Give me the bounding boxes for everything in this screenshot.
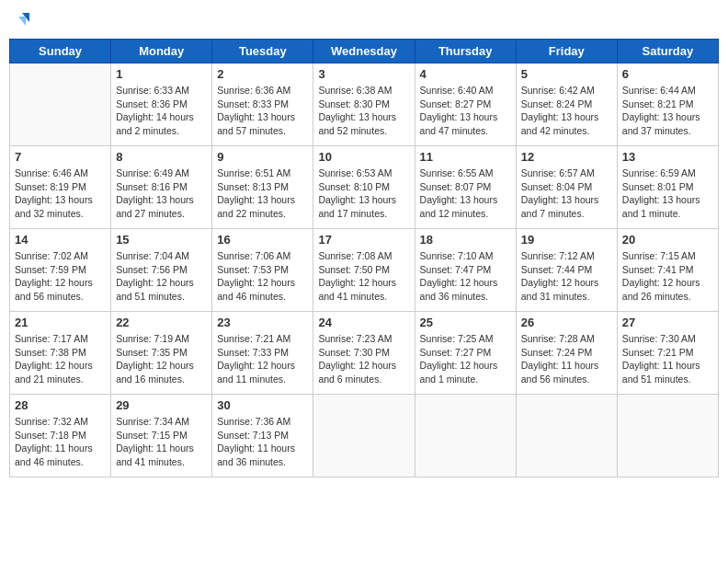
day-info: Sunrise: 7:34 AMSunset: 7:15 PMDaylight:… (116, 415, 207, 469)
day-number: 20 (622, 233, 713, 247)
day-cell: 13Sunrise: 6:59 AMSunset: 8:01 PMDayligh… (617, 146, 718, 229)
day-info: Sunrise: 6:38 AMSunset: 8:30 PMDaylight:… (318, 84, 409, 138)
day-cell: 21Sunrise: 7:17 AMSunset: 7:38 PMDayligh… (10, 312, 111, 395)
day-info: Sunrise: 7:19 AMSunset: 7:35 PMDaylight:… (116, 332, 207, 386)
day-cell: 7Sunrise: 6:46 AMSunset: 8:19 PMDaylight… (10, 146, 111, 229)
day-header-saturday: Saturday (617, 40, 718, 63)
day-cell: 2Sunrise: 6:36 AMSunset: 8:33 PMDaylight… (212, 63, 313, 146)
day-number: 24 (318, 316, 409, 329)
day-info: Sunrise: 7:32 AMSunset: 7:18 PMDaylight:… (15, 415, 106, 469)
day-cell (313, 395, 415, 477)
day-cell: 11Sunrise: 6:55 AMSunset: 8:07 PMDayligh… (415, 146, 516, 229)
day-cell: 30Sunrise: 7:36 AMSunset: 7:13 PMDayligh… (212, 395, 313, 477)
day-info: Sunrise: 6:46 AMSunset: 8:19 PMDaylight:… (15, 167, 106, 221)
day-info: Sunrise: 7:23 AMSunset: 7:30 PMDaylight:… (318, 332, 409, 386)
day-info: Sunrise: 6:55 AMSunset: 8:07 PMDaylight:… (420, 167, 511, 221)
day-cell: 6Sunrise: 6:44 AMSunset: 8:21 PMDaylight… (617, 63, 718, 146)
day-cell: 17Sunrise: 7:08 AMSunset: 7:50 PMDayligh… (313, 229, 415, 312)
day-info: Sunrise: 6:36 AMSunset: 8:33 PMDaylight:… (217, 84, 308, 138)
day-number: 28 (15, 398, 106, 412)
day-number: 18 (420, 233, 511, 247)
day-info: Sunrise: 7:12 AMSunset: 7:44 PMDaylight:… (521, 249, 612, 304)
day-cell: 15Sunrise: 7:04 AMSunset: 7:56 PMDayligh… (111, 229, 212, 312)
day-cell: 29Sunrise: 7:34 AMSunset: 7:15 PMDayligh… (111, 395, 212, 477)
day-cell: 27Sunrise: 7:30 AMSunset: 7:21 PMDayligh… (617, 312, 718, 395)
day-number: 14 (15, 233, 106, 247)
week-row-3: 14Sunrise: 7:02 AMSunset: 7:59 PMDayligh… (10, 229, 719, 312)
day-info: Sunrise: 6:49 AMSunset: 8:16 PMDaylight:… (116, 167, 207, 221)
day-number: 29 (116, 398, 207, 412)
day-number: 25 (420, 316, 511, 329)
day-info: Sunrise: 6:57 AMSunset: 8:04 PMDaylight:… (521, 167, 612, 221)
day-number: 23 (217, 316, 308, 329)
day-info: Sunrise: 6:44 AMSunset: 8:21 PMDaylight:… (622, 84, 713, 138)
day-cell: 20Sunrise: 7:15 AMSunset: 7:41 PMDayligh… (617, 229, 718, 312)
day-cell: 25Sunrise: 7:25 AMSunset: 7:27 PMDayligh… (415, 312, 516, 395)
day-header-wednesday: Wednesday (313, 40, 415, 63)
day-info: Sunrise: 7:06 AMSunset: 7:53 PMDaylight:… (217, 249, 308, 304)
day-info: Sunrise: 7:17 AMSunset: 7:38 PMDaylight:… (15, 332, 106, 386)
day-cell: 26Sunrise: 7:28 AMSunset: 7:24 PMDayligh… (516, 312, 617, 395)
day-number: 17 (318, 233, 409, 247)
day-number: 12 (521, 150, 612, 164)
day-cell: 19Sunrise: 7:12 AMSunset: 7:44 PMDayligh… (516, 229, 617, 312)
day-info: Sunrise: 7:08 AMSunset: 7:50 PMDaylight:… (318, 249, 409, 304)
day-info: Sunrise: 7:04 AMSunset: 7:56 PMDaylight:… (116, 249, 207, 304)
day-info: Sunrise: 7:21 AMSunset: 7:33 PMDaylight:… (217, 332, 308, 386)
day-number: 4 (420, 67, 511, 81)
day-cell (617, 395, 718, 477)
week-row-4: 21Sunrise: 7:17 AMSunset: 7:38 PMDayligh… (10, 312, 719, 395)
day-cell: 22Sunrise: 7:19 AMSunset: 7:35 PMDayligh… (111, 312, 212, 395)
day-info: Sunrise: 6:59 AMSunset: 8:01 PMDaylight:… (622, 167, 713, 221)
day-number: 1 (116, 67, 207, 81)
day-cell: 1Sunrise: 6:33 AMSunset: 8:36 PMDaylight… (111, 63, 212, 146)
day-number: 8 (116, 150, 207, 164)
day-info: Sunrise: 6:42 AMSunset: 8:24 PMDaylight:… (521, 84, 612, 138)
day-number: 15 (116, 233, 207, 247)
day-info: Sunrise: 6:33 AMSunset: 8:36 PMDaylight:… (116, 84, 207, 138)
day-number: 2 (217, 67, 308, 81)
week-row-2: 7Sunrise: 6:46 AMSunset: 8:19 PMDaylight… (10, 146, 719, 229)
day-info: Sunrise: 6:53 AMSunset: 8:10 PMDaylight:… (318, 167, 409, 221)
day-number: 10 (318, 150, 409, 164)
day-cell: 16Sunrise: 7:06 AMSunset: 7:53 PMDayligh… (212, 229, 313, 312)
logo (9, 9, 35, 31)
day-cell: 9Sunrise: 6:51 AMSunset: 8:13 PMDaylight… (212, 146, 313, 229)
calendar-table: SundayMondayTuesdayWednesdayThursdayFrid… (9, 39, 719, 477)
day-cell: 5Sunrise: 6:42 AMSunset: 8:24 PMDaylight… (516, 63, 617, 146)
day-number: 21 (15, 316, 106, 329)
day-number: 11 (420, 150, 511, 164)
day-info: Sunrise: 6:40 AMSunset: 8:27 PMDaylight:… (420, 84, 511, 138)
day-info: Sunrise: 7:15 AMSunset: 7:41 PMDaylight:… (622, 249, 713, 304)
day-cell (516, 395, 617, 477)
day-number: 5 (521, 67, 612, 81)
day-header-friday: Friday (516, 40, 617, 63)
day-cell: 3Sunrise: 6:38 AMSunset: 8:30 PMDaylight… (313, 63, 415, 146)
day-cell: 24Sunrise: 7:23 AMSunset: 7:30 PMDayligh… (313, 312, 415, 395)
day-number: 19 (521, 233, 612, 247)
day-number: 22 (116, 316, 207, 329)
day-info: Sunrise: 7:02 AMSunset: 7:59 PMDaylight:… (15, 249, 106, 304)
day-cell: 12Sunrise: 6:57 AMSunset: 8:04 PMDayligh… (516, 146, 617, 229)
day-info: Sunrise: 7:36 AMSunset: 7:13 PMDaylight:… (217, 415, 308, 469)
day-number: 9 (217, 150, 308, 164)
day-info: Sunrise: 7:25 AMSunset: 7:27 PMDaylight:… (420, 332, 511, 386)
day-header-sunday: Sunday (10, 40, 111, 63)
calendar-page: SundayMondayTuesdayWednesdayThursdayFrid… (9, 9, 719, 477)
day-info: Sunrise: 6:51 AMSunset: 8:13 PMDaylight:… (217, 167, 308, 221)
day-number: 16 (217, 233, 308, 247)
day-cell: 18Sunrise: 7:10 AMSunset: 7:47 PMDayligh… (415, 229, 516, 312)
day-info: Sunrise: 7:10 AMSunset: 7:47 PMDaylight:… (420, 249, 511, 304)
week-row-1: 1Sunrise: 6:33 AMSunset: 8:36 PMDaylight… (10, 63, 719, 146)
day-cell: 8Sunrise: 6:49 AMSunset: 8:16 PMDaylight… (111, 146, 212, 229)
svg-marker-1 (18, 17, 26, 26)
day-header-tuesday: Tuesday (212, 40, 313, 63)
day-cell (10, 63, 111, 146)
day-cell: 4Sunrise: 6:40 AMSunset: 8:27 PMDaylight… (415, 63, 516, 146)
day-info: Sunrise: 7:30 AMSunset: 7:21 PMDaylight:… (622, 332, 713, 386)
day-info: Sunrise: 7:28 AMSunset: 7:24 PMDaylight:… (521, 332, 612, 386)
day-cell: 28Sunrise: 7:32 AMSunset: 7:18 PMDayligh… (10, 395, 111, 477)
day-cell: 14Sunrise: 7:02 AMSunset: 7:59 PMDayligh… (10, 229, 111, 312)
calendar-header (9, 9, 719, 31)
day-number: 26 (521, 316, 612, 329)
